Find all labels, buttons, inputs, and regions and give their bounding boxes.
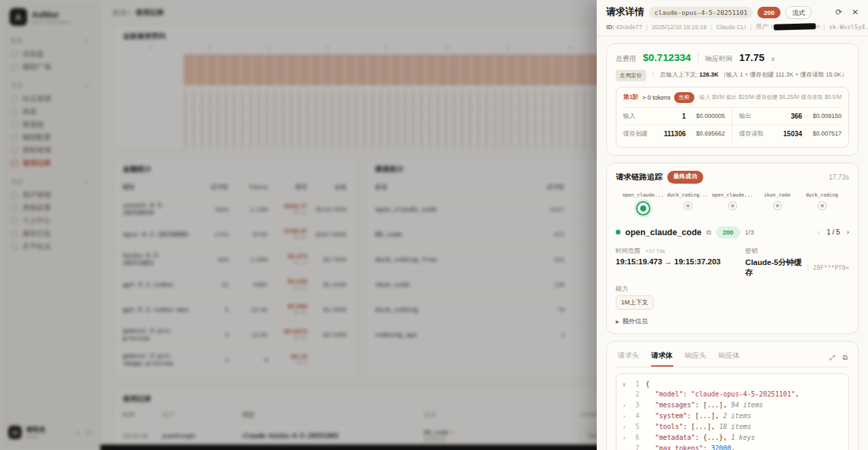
trace-card: 请求链路追踪 最终成功 17.73s open_claude... duck_c… xyxy=(606,163,859,334)
payload-viewer-card: 请求头 请求体 响应头 响应体 ⤢ ⧉ ∨1{2"model": "claude… xyxy=(606,341,859,450)
tab-request-body[interactable]: 请求体 xyxy=(651,349,674,367)
current-tier-badge: 当前 xyxy=(674,92,694,103)
key-name: Claude-5分钟缓存 xyxy=(745,258,803,278)
code-token: : [...], xyxy=(687,412,723,420)
api-key-masked: sk-WvzlSy4...uwgB xyxy=(829,24,868,30)
latency-value: 17.75 xyxy=(739,52,765,63)
channel-status-dot xyxy=(616,230,620,234)
code-line: ∨1{ xyxy=(620,379,844,390)
pricing-scope-badge: 全局定价 xyxy=(616,70,646,81)
request-id: 43cede77 xyxy=(616,24,642,30)
code-token: "metadata" xyxy=(655,434,695,441)
status-code-badge: 200 xyxy=(757,7,781,19)
code-line: 7"max_tokens": 32000, xyxy=(620,443,844,450)
latency-label: 响应时间 xyxy=(705,54,732,64)
code-content: "max_tokens": 32000, xyxy=(646,443,735,450)
refresh-icon[interactable]: ⟳ xyxy=(835,7,842,17)
tier-rates: 输入 $5/M 输出 $25/M 缓存创建 $6.25/M 缓存读取 $0.5/… xyxy=(699,94,842,101)
fold-chevron-icon[interactable]: › xyxy=(620,402,628,411)
fold-chevron-icon[interactable]: › xyxy=(620,434,628,443)
trace-node[interactable]: open_claude... xyxy=(625,192,660,216)
code-token: "messages" xyxy=(655,401,695,409)
expand-icon[interactable]: ⤢ xyxy=(829,353,835,362)
extra-info-toggle[interactable]: ▶额外信息 xyxy=(616,317,849,326)
usage-cell-cache-create: 缓存创建 111306 $0.695662 xyxy=(623,125,732,142)
code-line: ›6"metadata": {...}, 1 keys xyxy=(620,432,844,443)
tab-request-headers[interactable]: 请求头 xyxy=(617,349,640,367)
tier-range: > 0 tokens xyxy=(642,94,671,101)
close-icon[interactable]: ✕ xyxy=(852,7,859,17)
attempt-count: 1/3 xyxy=(745,228,754,236)
trace-node[interactable]: open_claude... xyxy=(715,192,750,216)
time-range-value: 19:15:19.473 → 19:15:37.203 xyxy=(616,258,745,266)
usage-cell-output: 输出 366 $0.009150 xyxy=(732,108,842,125)
trace-node-dot xyxy=(773,201,782,210)
tab-response-body[interactable]: 响应体 xyxy=(718,349,741,367)
usage-cell-input: 输入 1 $0.000005 xyxy=(623,108,732,125)
trace-node-dot xyxy=(636,201,650,216)
json-code-view: ∨1{2"model": "claude-opus-4-5-20251101",… xyxy=(616,373,849,450)
fold-chevron-icon[interactable]: › xyxy=(620,413,628,422)
trace-title: 请求链路追踪 xyxy=(616,172,663,182)
trace-node-dot xyxy=(818,201,827,210)
prev-page-icon[interactable]: ‹ xyxy=(818,228,820,236)
code-content: "messages": [...], 94 items xyxy=(646,400,763,411)
code-token: { xyxy=(646,380,650,388)
code-token: 2 items xyxy=(723,412,751,420)
code-token: "claude-opus-4-5-20251101" xyxy=(691,390,795,398)
collapse-arrow-icon: ▶ xyxy=(616,319,619,324)
cost-label: 总费用 xyxy=(616,54,636,64)
panel-title: 请求详情 xyxy=(606,6,644,18)
code-token: : xyxy=(703,445,711,450)
stream-badge: 流式 xyxy=(785,6,812,19)
external-link-icon[interactable]: ⧉ xyxy=(707,228,711,237)
copy-icon[interactable]: ⧉ xyxy=(843,353,848,362)
next-page-icon[interactable]: › xyxy=(847,228,849,236)
line-number: 3 xyxy=(628,400,639,411)
code-token: 32000 xyxy=(711,445,732,450)
code-line: ›3"messages": [...], 94 items xyxy=(620,400,844,411)
code-content: "model": "claude-opus-4-5-20251101", xyxy=(646,389,799,400)
key-block: 密钥 Claude-5分钟缓存 Z0F***PT0= xyxy=(745,247,849,278)
time-range-block: 时间范围 +17.73s 19:15:19.473 → 19:15:37.203 xyxy=(616,247,745,278)
tab-response-headers[interactable]: 响应头 xyxy=(684,349,707,367)
tier-label: 第1阶 xyxy=(623,93,639,102)
code-line: ›5"tools": [...], 18 items xyxy=(620,422,844,432)
code-content: "system": [...], 2 items xyxy=(646,411,751,422)
trace-node-list: open_claude... duck_coding... open_claud… xyxy=(616,192,849,216)
code-token: : [...], xyxy=(683,423,719,430)
code-line: 2"model": "claude-opus-4-5-20251101", xyxy=(620,389,844,400)
redacted-username xyxy=(774,23,816,30)
line-number: 5 xyxy=(628,422,639,432)
channel-status-badge: 200 xyxy=(716,226,741,239)
usage-cell-cache-read: 缓存读取 15034 $0.007517 xyxy=(732,125,842,142)
cost-value: $0.712334 xyxy=(643,52,691,63)
code-token: , xyxy=(795,390,799,398)
ability-block: 能力 1M上下文 xyxy=(616,285,745,310)
client-name: Claude CLI xyxy=(716,24,746,30)
code-token: 18 items xyxy=(719,423,751,430)
token-usage-grid: 输入 1 $0.000005 输出 366 $0.009150 缓存创建 111… xyxy=(623,108,842,142)
code-content: { xyxy=(646,379,650,390)
fold-chevron-icon[interactable]: ∨ xyxy=(620,381,628,390)
code-token: : [...], xyxy=(695,401,731,409)
trace-node[interactable]: duck_coding xyxy=(804,192,840,216)
pricing-tier-card: 第1阶 > 0 tokens 当前 输入 $5/M 输出 $25/M 缓存创建 … xyxy=(616,87,849,148)
line-number: 2 xyxy=(628,389,639,400)
latency-unit: s xyxy=(771,56,774,62)
trace-node[interactable]: ikun_code xyxy=(760,192,795,216)
code-content: "metadata": {...}, 1 keys xyxy=(646,432,755,443)
code-token: "max_tokens" xyxy=(655,445,703,450)
request-time: 2025/12/10 19:15:19 xyxy=(652,24,707,30)
trace-node[interactable]: duck_coding... xyxy=(670,192,705,216)
line-number: 6 xyxy=(628,432,639,443)
code-token: "system" xyxy=(655,412,687,420)
cost-card: 总费用 $0.712334 响应时间 17.75 s 全局定价 丨 总输入上下文… xyxy=(606,43,859,156)
line-number: 4 xyxy=(628,411,639,422)
request-detail-panel: 请求详情 claude-opus-4-5-20251101 200 流式 ⟳ ✕… xyxy=(597,0,868,450)
fold-chevron-icon[interactable]: › xyxy=(620,424,628,432)
payload-tabs: 请求头 请求体 响应头 响应体 ⤢ ⧉ xyxy=(616,349,849,367)
line-number: 7 xyxy=(628,443,639,450)
trace-node-dot xyxy=(728,201,737,210)
trace-result-badge: 最终成功 xyxy=(667,171,703,184)
